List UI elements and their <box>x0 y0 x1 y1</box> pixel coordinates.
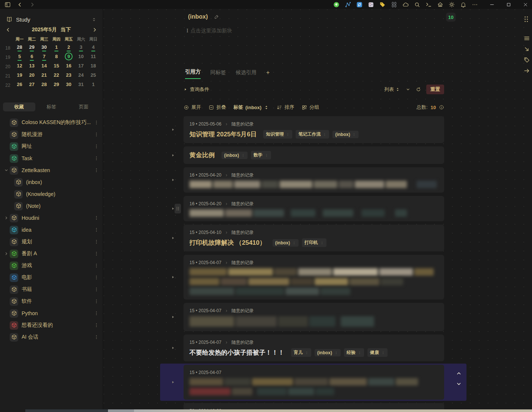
query-conditions-toggle[interactable]: 查询条件 <box>184 86 209 93</box>
graph-icon[interactable] <box>345 1 351 8</box>
calendar-day[interactable]: 17 <box>75 62 87 71</box>
chevron-right-icon[interactable] <box>4 215 9 221</box>
entry-card[interactable]: 16 • 2025-04-20随意的记录 <box>184 196 444 221</box>
entry-expand-icon[interactable] <box>171 128 175 132</box>
cloud-icon[interactable] <box>402 1 409 8</box>
bell-icon[interactable] <box>460 1 466 8</box>
tag-pill[interactable]: 健康 <box>367 348 388 357</box>
hamburger-icon[interactable] <box>523 35 530 42</box>
calendar-day[interactable]: 15 <box>50 62 63 71</box>
calendar-day[interactable]: 1 <box>87 80 99 90</box>
item-more-icon[interactable] <box>94 263 99 268</box>
sidebar-item[interactable]: Python <box>0 307 103 319</box>
tag-more-icon[interactable] <box>381 351 385 355</box>
calendar-day[interactable]: 30 <box>63 80 75 90</box>
entry-expand-icon[interactable] <box>171 153 175 157</box>
entry-card[interactable]: 黄金比例(inbox)数学 <box>184 146 444 164</box>
tag-more-icon[interactable] <box>358 351 361 355</box>
calendar-next-button[interactable] <box>92 27 98 33</box>
nav-back-icon[interactable] <box>17 1 23 8</box>
calendar-day[interactable]: 11 <box>87 53 99 62</box>
sidebar-item[interactable]: Coloso KASSEN的制作技巧... <box>0 117 103 129</box>
item-more-icon[interactable] <box>94 215 99 221</box>
calendar-day[interactable]: 22 <box>50 71 63 80</box>
calendar-day[interactable]: 13 <box>26 62 38 71</box>
calendar-prev-button[interactable] <box>5 27 11 33</box>
calendar-day[interactable]: 4 <box>87 43 99 53</box>
entry-expand-icon[interactable] <box>171 380 175 384</box>
tag-pill[interactable]: (inbox) <box>332 131 359 138</box>
sidebar-item[interactable]: 网址 <box>0 140 103 152</box>
tab-引用方[interactable]: 引用方 <box>185 69 201 79</box>
minimize-icon[interactable] <box>489 2 495 7</box>
sidebar-item[interactable]: 游戏 <box>0 260 103 272</box>
calendar-day[interactable]: 14 <box>38 62 50 71</box>
arrow-right-icon[interactable] <box>523 67 530 74</box>
tag-more-icon[interactable] <box>334 351 338 355</box>
entry-expand-icon[interactable] <box>171 236 175 240</box>
doc-more-icon[interactable] <box>525 16 528 22</box>
entry-card[interactable]: 15 • 2025-04-07随意的记录不要给发热的小孩子捂被子！！！育儿(in… <box>184 335 444 361</box>
editor-placeholder[interactable]: I 点击这里添加新块 <box>187 28 232 34</box>
calendar-day[interactable]: 2 <box>63 43 75 53</box>
tab-候选引用[interactable]: 候选引用 <box>236 69 257 79</box>
expand-button[interactable]: 展开 <box>184 104 201 111</box>
tag-pill[interactable]: 育儿 <box>291 348 311 357</box>
sidebar-tab-收藏[interactable]: 收藏 <box>3 102 35 111</box>
sort-button[interactable]: 排序 <box>277 104 294 111</box>
item-more-icon[interactable] <box>94 132 99 137</box>
tag-more-icon[interactable] <box>292 241 296 245</box>
item-more-icon[interactable] <box>94 311 99 316</box>
maximize-icon[interactable] <box>506 2 512 7</box>
entry-doc-name[interactable]: 随意的记录 <box>232 339 254 346</box>
sidebar-item[interactable]: (inbox) <box>0 176 103 188</box>
more-icon[interactable] <box>472 1 478 8</box>
sidebar-item[interactable]: 书籍 <box>0 283 103 295</box>
calendar-day[interactable]: 29 <box>26 43 38 53</box>
calendar-day[interactable]: 19 <box>13 71 26 80</box>
tag-more-icon[interactable] <box>305 351 309 355</box>
calendar-day[interactable]: 7 <box>38 53 50 62</box>
entry-card[interactable]: 15 • 2025-04-07随意的记录 <box>184 303 444 331</box>
entry-doc-name[interactable]: 随意的记录 <box>232 121 254 127</box>
tag-more-icon[interactable] <box>265 153 268 157</box>
calendar-day[interactable]: 21 <box>38 71 50 80</box>
item-more-icon[interactable] <box>94 156 99 161</box>
entry-title[interactable]: 黄金比例 <box>189 151 215 159</box>
sidebar-item[interactable]: 想看还没看的 <box>0 319 103 331</box>
view-mode-select[interactable]: 列表 <box>384 86 400 93</box>
tag-pill[interactable]: (inbox) <box>273 239 299 247</box>
entry-expand-icon[interactable] <box>171 275 175 279</box>
calendar-day[interactable]: 3 <box>75 43 87 53</box>
sidebar-item[interactable]: idea <box>0 224 103 236</box>
entry-title[interactable]: 打印机故障解决 （25410） <box>189 238 266 247</box>
item-more-icon[interactable] <box>94 144 99 149</box>
calendar-day[interactable]: 16 <box>63 62 75 71</box>
calendar-day[interactable]: 28 <box>38 80 50 90</box>
sidebar-item[interactable]: (Knowledge) <box>0 188 103 200</box>
sidebar-item[interactable]: 番剧 A <box>0 248 103 260</box>
arrow-se-icon[interactable] <box>523 46 530 53</box>
tab-同标签[interactable]: 同标签 <box>210 69 226 79</box>
item-more-icon[interactable] <box>94 275 99 280</box>
calendar-day[interactable]: 29 <box>50 80 63 90</box>
scroll-down-icon[interactable] <box>456 381 462 387</box>
calendar-day[interactable]: 26 <box>13 80 26 90</box>
home-icon[interactable] <box>437 1 443 8</box>
tag-more-icon[interactable] <box>320 241 324 245</box>
calendar-day[interactable]: 20 <box>26 71 38 80</box>
close-icon[interactable] <box>523 2 528 7</box>
sync-icon[interactable] <box>356 1 363 8</box>
tag-pill[interactable]: 知识管理 <box>263 130 292 139</box>
tag-more-icon[interactable] <box>352 133 356 136</box>
reset-button[interactable]: 重置 <box>426 85 444 94</box>
tag-outline-icon[interactable] <box>523 57 530 63</box>
calendar-day[interactable]: 9 <box>63 53 75 62</box>
entry-card[interactable]: 15 • 2025-04-10随意的记录打印机故障解决 （25410）(inbo… <box>184 225 444 251</box>
collapse-button[interactable]: 折叠 <box>208 104 226 111</box>
tag-more-icon[interactable] <box>241 153 245 157</box>
calendar-day[interactable]: 23 <box>63 71 75 80</box>
entry-card[interactable]: 15 • 2025-04-07 <box>184 365 444 400</box>
item-more-icon[interactable] <box>94 251 99 256</box>
calendar-day[interactable]: 27 <box>26 80 38 90</box>
